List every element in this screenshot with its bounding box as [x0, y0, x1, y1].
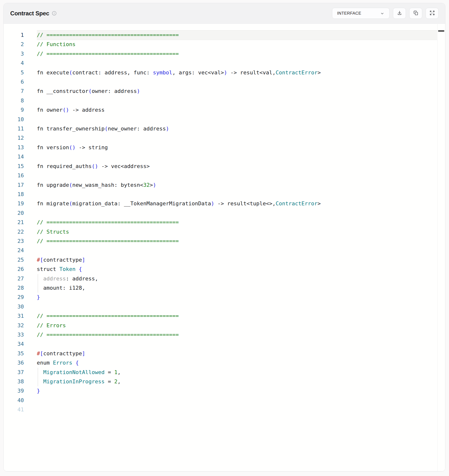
code-line: 20 — [4, 208, 445, 218]
scrollbar-thumb[interactable] — [438, 30, 444, 32]
code-line-content: fn version() -> string — [37, 143, 437, 152]
line-number: 38 — [4, 377, 37, 386]
line-number: 10 — [4, 115, 37, 124]
line-number: 6 — [4, 77, 37, 87]
line-number: 40 — [4, 396, 37, 405]
code-line: 41 — [4, 405, 445, 414]
code-line: 15fn required_auths() -> vec<address> — [4, 162, 445, 171]
line-number: 16 — [4, 171, 37, 180]
code-line-content — [37, 302, 437, 311]
code-line: 40 — [4, 396, 445, 405]
code-line-content: // =====================================… — [37, 49, 437, 59]
line-number: 25 — [4, 255, 37, 265]
code-line: 22// Structs — [4, 227, 445, 237]
code-line: 12 — [4, 133, 445, 143]
code-line-content — [37, 59, 437, 68]
line-number: 13 — [4, 143, 37, 152]
line-number: 9 — [4, 105, 37, 115]
code-line-content — [37, 171, 437, 180]
spec-format-selected-value: INTERFACE — [337, 11, 361, 16]
code-line: 3// ====================================… — [4, 49, 445, 59]
code-line-content: // Structs — [37, 227, 437, 237]
code-line-content: // Errors — [37, 321, 437, 330]
line-number: 19 — [4, 199, 37, 208]
line-number: 39 — [4, 386, 37, 396]
scrollbar-track — [437, 24, 445, 471]
download-button[interactable] — [393, 8, 406, 19]
line-number: 5 — [4, 68, 37, 77]
code-line-content — [37, 115, 437, 124]
line-number: 18 — [4, 190, 37, 199]
line-number: 11 — [4, 124, 37, 133]
contract-spec-panel: Contract Spec INTERFACE — [3, 3, 445, 471]
code-line-content: MigrationInProgress = 2, — [37, 377, 437, 386]
code-line-content: address: address, — [37, 274, 437, 283]
code-line-content: fn transfer_ownership(new_owner: address… — [37, 124, 437, 133]
code-line: 18 — [4, 190, 445, 199]
code-line-content: fn upgrade(new_wasm_hash: bytesn<32>) — [37, 180, 437, 190]
code-line: 25#[contracttype] — [4, 255, 445, 265]
code-line-content: fn required_auths() -> vec<address> — [37, 162, 437, 171]
line-number: 35 — [4, 349, 37, 358]
chevron-down-icon — [380, 11, 384, 16]
code-line: 19fn migrate(migration_data: __TokenMana… — [4, 199, 445, 208]
code-line-content — [37, 246, 437, 255]
line-number: 23 — [4, 237, 37, 246]
spec-format-select[interactable]: INTERFACE — [332, 8, 390, 19]
line-number: 41 — [4, 405, 37, 414]
code-line-content: fn __constructor(owner: address) — [37, 87, 437, 96]
code-line-content: enum Errors { — [37, 358, 437, 367]
code-line: 38 MigrationInProgress = 2, — [4, 377, 445, 386]
code-line: 24 — [4, 246, 445, 255]
code-line-content: MigrationNotAllowed = 1, — [37, 368, 437, 377]
code-line-content: // =====================================… — [37, 30, 437, 40]
code-line: 8 — [4, 96, 445, 105]
code-line: 34 — [4, 339, 445, 349]
code-line-content: // =====================================… — [37, 311, 437, 321]
code-line: 13fn version() -> string — [4, 143, 445, 152]
info-circle-icon[interactable] — [52, 11, 57, 16]
line-number: 37 — [4, 368, 37, 377]
code-line: 23// ===================================… — [4, 237, 445, 246]
code-line: 5fn execute(contract: address, func: sym… — [4, 68, 445, 77]
code-line-content: } — [37, 293, 437, 302]
line-number: 14 — [4, 152, 37, 161]
code-line: 11fn transfer_ownership(new_owner: addre… — [4, 124, 445, 133]
line-number: 7 — [4, 87, 37, 96]
code-line: 7fn __constructor(owner: address) — [4, 87, 445, 96]
code-line-content: fn owner() -> address — [37, 105, 437, 115]
code-line: 35#[contracttype] — [4, 349, 445, 358]
code-line-content: #[contracttype] — [37, 349, 437, 358]
code-editor: 1// ====================================… — [4, 24, 445, 471]
code-line: 30 — [4, 302, 445, 311]
code-line-content — [37, 77, 437, 87]
code-line: 37 MigrationNotAllowed = 1, — [4, 368, 445, 377]
code-line: 26struct Token { — [4, 265, 445, 274]
code-line: 32// Errors — [4, 321, 445, 330]
panel-header: Contract Spec INTERFACE — [4, 3, 445, 24]
code-line: 21// ===================================… — [4, 218, 445, 227]
code-line-content — [37, 339, 437, 349]
code-line-content: // =====================================… — [37, 237, 437, 246]
code-line: 2// Functions — [4, 40, 445, 49]
code-line-content: fn execute(contract: address, func: symb… — [37, 68, 437, 77]
code-line: 16 — [4, 171, 445, 180]
code-line: 10 — [4, 115, 445, 124]
code-line: 36enum Errors { — [4, 358, 445, 367]
expand-button[interactable] — [426, 8, 439, 19]
line-number: 3 — [4, 49, 37, 59]
line-number: 32 — [4, 321, 37, 330]
header-controls: INTERFACE — [332, 8, 439, 19]
code-line: 9fn owner() -> address — [4, 105, 445, 115]
code-line-content: fn migrate(migration_data: __TokenManage… — [37, 199, 437, 208]
copy-button[interactable] — [409, 8, 422, 19]
line-number: 20 — [4, 208, 37, 218]
code-line: 4 — [4, 59, 445, 68]
line-number: 28 — [4, 283, 37, 293]
download-icon — [397, 10, 402, 16]
code-lines: 1// ====================================… — [4, 30, 445, 415]
code-line: 6 — [4, 77, 445, 87]
line-number: 30 — [4, 302, 37, 311]
code-line-content: // Functions — [37, 40, 437, 49]
code-line: 1// ====================================… — [4, 30, 445, 40]
